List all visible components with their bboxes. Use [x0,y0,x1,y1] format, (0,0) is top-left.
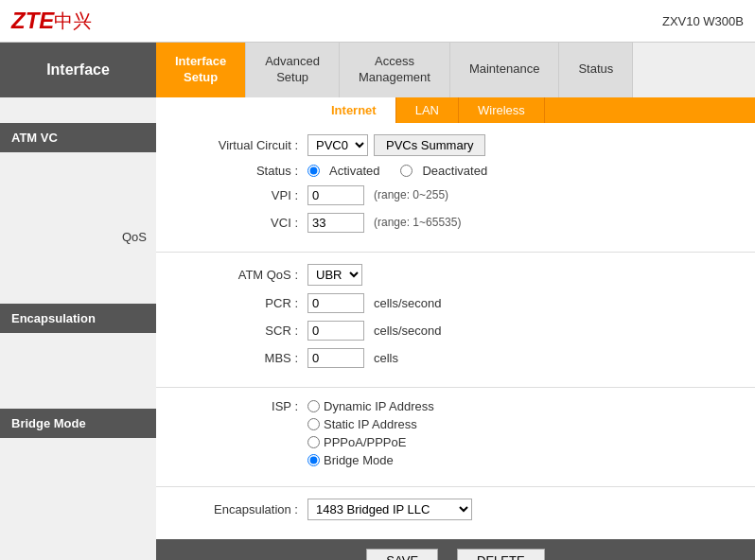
status-label: Status : [175,164,307,178]
sidebar-section-encapsulation: Encapsulation [0,304,156,333]
isp-static-ip-row: Static IP Address [307,417,449,431]
pcr-control: cells/second [307,293,442,313]
nav-bar: Interface InterfaceSetup AdvancedSetup A… [0,43,755,97]
isp-static-ip-label: Static IP Address [324,417,417,431]
vci-label: VCI : [175,216,307,230]
mbs-control: cells [307,348,398,368]
tab-interface-setup[interactable]: InterfaceSetup [156,43,246,97]
subtab-wireless[interactable]: Wireless [459,97,545,123]
virtual-circuit-select[interactable]: PVC0 [307,134,368,156]
bridge-encapsulation-control: 1483 Bridged IP LLC 1483 Bridged IP VC-M… [307,499,472,520]
tab-access-management[interactable]: AccessManagement [340,43,450,97]
sub-tabs: Internet LAN Wireless [312,97,755,123]
status-activated-label: Activated [329,164,379,178]
main-content: ATM VC QoS Encapsulation Bridge Mode Vir… [0,123,755,560]
tab-status[interactable]: Status [559,43,633,97]
mbs-label: MBS : [175,351,307,365]
isp-bridge-label: Bridge Mode [324,453,394,467]
pcr-row: PCR : cells/second [175,293,736,313]
vci-control: (range: 1~65535) [307,213,461,233]
scr-unit: cells/second [374,324,442,338]
sidebar: ATM VC QoS Encapsulation Bridge Mode [0,123,156,560]
isp-dynamic-ip-label: Dynamic IP Address [324,399,434,413]
bridge-encapsulation-row: Encapsulation : 1483 Bridged IP LLC 1483… [175,499,736,520]
subtab-lan[interactable]: LAN [396,97,459,123]
status-control: Activated Deactivated [307,164,502,178]
isp-bridge-row: Bridge Mode [307,453,449,467]
sidebar-section-atm-vc: ATM VC [0,123,156,152]
isp-pppoa-radio[interactable] [307,436,320,448]
atm-qos-select[interactable]: UBR CBR VBR [307,264,362,286]
vci-input[interactable] [307,213,364,233]
isp-dynamic-ip-radio[interactable] [307,400,320,412]
isp-pppoa-label: PPPoA/PPPoE [324,435,406,449]
save-button[interactable]: SAVE [366,549,438,560]
pvcs-summary-button[interactable]: PVCs Summary [374,134,485,156]
bridge-mode-section: Encapsulation : 1483 Bridged IP LLC 1483… [156,487,755,539]
pcr-label: PCR : [175,296,307,310]
status-deactivated-label: Deactivated [422,164,487,178]
delete-button[interactable]: DELETE [457,549,545,560]
scr-label: SCR : [175,324,307,338]
device-name: ZXV10 W300B [662,14,744,28]
logo: ZTE中兴 [11,8,92,34]
vci-row: VCI : (range: 1~65535) [175,213,736,233]
virtual-circuit-control: PVC0 PVCs Summary [307,134,485,156]
atm-qos-label: ATM QoS : [175,268,307,282]
scr-control: cells/second [307,321,442,341]
isp-bridge-radio[interactable] [307,454,320,466]
isp-static-ip-radio[interactable] [307,418,320,430]
sidebar-spacer-1 [0,152,156,200]
logo-zte: ZTE [11,8,54,34]
main-form: Virtual Circuit : PVC0 PVCs Summary Stat… [156,123,755,560]
subtab-internet[interactable]: Internet [312,97,396,123]
isp-label: ISP : [175,399,307,413]
vpi-input[interactable] [307,185,364,205]
virtual-circuit-label: Virtual Circuit : [175,138,307,152]
mbs-unit: cells [374,351,398,365]
nav-sidebar-label: Interface [0,43,156,97]
nav-tabs: InterfaceSetup AdvancedSetup AccessManag… [156,43,755,97]
encapsulation-section: ISP : Dynamic IP Address Static IP Addre… [156,388,755,487]
vpi-row: VPI : (range: 0~255) [175,185,736,205]
status-activated-radio[interactable] [307,165,320,177]
sidebar-section-bridge-mode: Bridge Mode [0,409,156,438]
mbs-row: MBS : cells [175,348,736,368]
tab-maintenance[interactable]: Maintenance [450,43,559,97]
bridge-encapsulation-label: Encapsulation : [175,502,307,516]
isp-options: Dynamic IP Address Static IP Address PPP… [307,399,449,467]
logo-chinese: 中兴 [54,9,92,34]
pcr-unit: cells/second [374,296,442,310]
header: ZTE中兴 ZXV10 W300B [0,0,755,43]
sidebar-spacer-3 [0,333,156,409]
tab-advanced-setup[interactable]: AdvancedSetup [246,43,340,97]
atm-qos-row: ATM QoS : UBR CBR VBR [175,264,736,286]
action-bar: SAVE DELETE [156,539,755,560]
status-deactivated-radio[interactable] [400,165,413,177]
atm-vc-section: Virtual Circuit : PVC0 PVCs Summary Stat… [156,123,755,253]
vpi-control: (range: 0~255) [307,185,448,205]
status-row: Status : Activated Deactivated [175,164,736,178]
bridge-encapsulation-select[interactable]: 1483 Bridged IP LLC 1483 Bridged IP VC-M… [307,499,472,520]
vpi-range-hint: (range: 0~255) [374,188,448,201]
virtual-circuit-row: Virtual Circuit : PVC0 PVCs Summary [175,134,736,156]
scr-row: SCR : cells/second [175,321,736,341]
vci-range-hint: (range: 1~65535) [374,216,461,229]
sidebar-spacer-2 [0,275,156,304]
pcr-input[interactable] [307,293,364,313]
qos-section: ATM QoS : UBR CBR VBR PCR : cells/second [156,253,755,388]
mbs-input[interactable] [307,348,364,368]
sidebar-spacer-4 [0,438,156,495]
atm-qos-control: UBR CBR VBR [307,264,362,286]
scr-input[interactable] [307,321,364,341]
isp-dynamic-ip-row: Dynamic IP Address [307,399,449,413]
isp-row: ISP : Dynamic IP Address Static IP Addre… [175,399,736,467]
isp-pppoa-row: PPPoA/PPPoE [307,435,449,449]
sidebar-qos-label: QoS [0,200,156,275]
vpi-label: VPI : [175,188,307,202]
